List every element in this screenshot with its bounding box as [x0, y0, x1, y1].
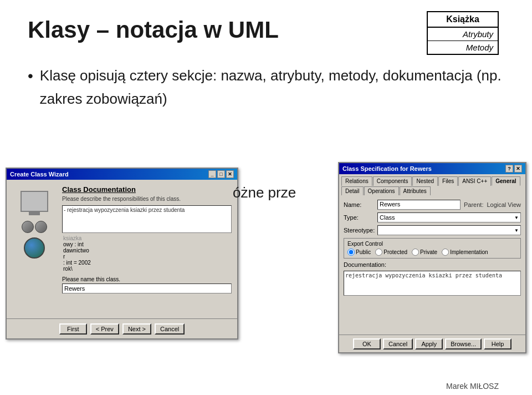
- table-cell: owy : int: [62, 241, 232, 247]
- spec-question-btn[interactable]: ?: [505, 165, 513, 173]
- wizard-titlebar-buttons: _ □ ✕: [208, 170, 234, 178]
- table-row: rok\: [62, 266, 232, 272]
- bullet-item-1: • Klasę opisują cztery sekcje: nazwa, at…: [28, 67, 504, 85]
- wizard-name-input[interactable]: [62, 283, 232, 293]
- spec-type-value: Class: [380, 214, 395, 221]
- spec-titlebar: Class Specification for Rewers ? ✕: [339, 163, 525, 174]
- tab-attributes[interactable]: Attributes: [400, 186, 431, 195]
- spec-browse-button[interactable]: Browse...: [445, 338, 482, 350]
- wizard-cancel-button[interactable]: Cancel: [155, 323, 185, 335]
- spec-radio-row: Public Protected Private Implementation: [347, 249, 517, 256]
- wizard-close-btn[interactable]: ✕: [226, 170, 234, 178]
- bullet-item-2: • zakres zobowiązań): [28, 90, 504, 109]
- tab-files[interactable]: Files: [438, 176, 458, 186]
- page-title: Klasy – notacja w UML: [28, 17, 279, 43]
- wizard-doc-textarea[interactable]: - rejestracja wypozyczenia ksiazki przez…: [62, 205, 232, 233]
- tab-relations[interactable]: Relations: [341, 176, 372, 186]
- radio-protected[interactable]: Protected: [375, 249, 407, 256]
- tab-general[interactable]: General: [492, 176, 520, 186]
- wizard-titlebar: Create Class Wizard _ □ ✕: [7, 169, 237, 180]
- table-cell: dawnictwo: [62, 247, 232, 254]
- bullet-dot-1: •: [28, 67, 33, 85]
- spec-doc-label-row: Documentation:: [344, 261, 521, 268]
- spec-parent-label: Parent:: [464, 201, 483, 208]
- spec-name-input[interactable]: Rewers: [377, 200, 461, 210]
- uml-attributes-section: Atrybuty: [428, 28, 498, 41]
- wizard-name-label: Please name this class.: [62, 276, 232, 282]
- table-cell: rok\: [62, 266, 232, 272]
- table-row: : int = 2002: [62, 260, 232, 266]
- monitor-icon: [21, 191, 48, 212]
- spec-title: Class Specification for Rewers: [342, 165, 432, 172]
- wizard-content: Class Documentation Please describe the …: [62, 185, 232, 319]
- wizard-section-title: Class Documentation: [62, 185, 232, 194]
- wizard-prev-button[interactable]: < Prev: [90, 323, 119, 335]
- spec-name-label: Name:: [344, 201, 374, 208]
- spec-apply-button[interactable]: Apply: [415, 338, 443, 350]
- table-row: dawnictwo: [62, 247, 232, 254]
- spec-parent-value: Logical View: [487, 201, 521, 208]
- spec-export-control: Export Control Public Protected Private: [344, 238, 521, 259]
- radio-implementation-label: Implementation: [450, 249, 488, 255]
- tab-ansicpp[interactable]: ANSI C++: [458, 176, 491, 186]
- dropdown-arrow-icon: ▼: [514, 215, 519, 220]
- spec-doc-label: Documentation:: [344, 261, 374, 268]
- wizard-table: ksiazka owy : int dawnictwo r : int = 20…: [62, 235, 232, 272]
- spec-footer: OK Cancel Apply Browse... Help: [339, 335, 525, 352]
- spec-type-label: Type:: [344, 214, 374, 221]
- spec-name-row: Name: Rewers Parent: Logical View: [344, 200, 521, 210]
- wizard-footer: First < Prev Next > Cancel: [7, 318, 237, 338]
- spec-doc-textarea[interactable]: rejestracja wypozyczenia ksiazki przez s…: [344, 271, 521, 296]
- discs-icon: [22, 221, 47, 233]
- wizard-icon-area: [12, 185, 57, 319]
- uml-class-diagram: Książka Atrybuty Metody: [427, 11, 499, 55]
- radio-public[interactable]: Public: [347, 249, 371, 256]
- radio-protected-label: Protected: [383, 249, 407, 255]
- footer: Marek MIŁOSZ: [446, 382, 499, 391]
- table-cell: ksiazka: [62, 235, 232, 241]
- screenshots-area: Create Class Wizard _ □ ✕ Class Document…: [0, 168, 532, 367]
- wizard-window: Create Class Wizard _ □ ✕ Class Document…: [6, 168, 238, 340]
- wizard-body: Class Documentation Please describe the …: [7, 180, 237, 325]
- radio-implementation[interactable]: Implementation: [442, 249, 488, 256]
- spec-titlebar-buttons: ? ✕: [505, 165, 522, 173]
- table-row: owy : int: [62, 241, 232, 247]
- content-area: • Klasę opisują cztery sekcje: nazwa, at…: [28, 67, 504, 113]
- wizard-next-button[interactable]: Next >: [122, 323, 151, 335]
- dropdown-arrow-icon-2: ▼: [514, 228, 519, 233]
- bullet-text-1: Klasę opisują cztery sekcje: nazwa, atry…: [40, 67, 502, 85]
- wizard-doc-text: - rejestracja wypozyczenia ksiazki przez…: [64, 207, 185, 213]
- tab-nested[interactable]: Nested: [412, 176, 438, 186]
- globe-icon: [24, 237, 45, 259]
- radio-private[interactable]: Private: [412, 249, 437, 256]
- wizard-maximize-btn[interactable]: □: [217, 170, 225, 178]
- wizard-first-button[interactable]: First: [59, 323, 87, 335]
- spec-stereotype-label: Stereotype:: [344, 227, 374, 234]
- radio-public-input[interactable]: [347, 249, 355, 256]
- radio-public-label: Public: [356, 249, 371, 255]
- spec-export-title: Export Control: [347, 241, 517, 247]
- spec-cancel-button[interactable]: Cancel: [383, 338, 413, 350]
- spec-close-btn[interactable]: ✕: [514, 165, 522, 173]
- tab-detail[interactable]: Detail: [341, 186, 364, 195]
- spec-help-button[interactable]: Help: [484, 338, 511, 350]
- uml-methods-section: Metody: [428, 41, 498, 54]
- radio-private-label: Private: [420, 249, 437, 255]
- wizard-minimize-btn[interactable]: _: [208, 170, 216, 178]
- spec-ok-button[interactable]: OK: [353, 338, 381, 350]
- partial-overlay-text: óżne prze: [233, 184, 296, 201]
- radio-protected-input[interactable]: [375, 249, 382, 256]
- disc-icon-1: [22, 221, 34, 233]
- table-row: r: [62, 254, 232, 260]
- tab-operations[interactable]: Operations: [364, 186, 399, 195]
- radio-implementation-input[interactable]: [442, 249, 449, 256]
- spec-stereotype-dropdown[interactable]: ▼: [377, 225, 521, 235]
- uml-class-title: Książka: [428, 12, 498, 28]
- wizard-desc: Please describe the responsibilities of …: [62, 196, 232, 202]
- spec-type-dropdown[interactable]: Class ▼: [377, 212, 521, 222]
- spec-type-row: Type: Class ▼: [344, 212, 521, 222]
- tab-components[interactable]: Components: [373, 176, 412, 186]
- radio-private-input[interactable]: [412, 249, 419, 256]
- disc-icon-2: [35, 221, 47, 233]
- table-cell: r: [62, 254, 232, 260]
